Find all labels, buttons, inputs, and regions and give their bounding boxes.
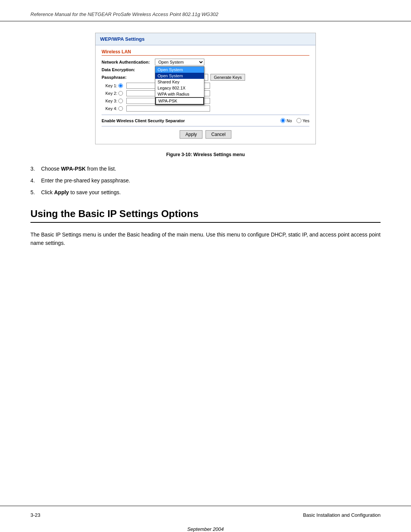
apply-button[interactable]: Apply	[180, 130, 202, 139]
separator-yes-label: Yes	[303, 118, 309, 123]
key3-radio[interactable]	[118, 99, 123, 103]
generate-keys-button[interactable]: Generate Keys	[210, 74, 245, 81]
button-row: Apply Cancel	[102, 126, 309, 139]
key1-text: Key 1:	[105, 83, 117, 88]
footer: 3-23 Basic Installation and Configuratio…	[0, 506, 411, 532]
page-header: Reference Manual for the NETGEAR ProSafe…	[0, 0, 411, 21]
settings-box-title: WEP/WPA Settings	[100, 36, 145, 42]
data-encryption-row: Data Encryption:	[102, 67, 309, 72]
key1-label: Key 1:	[105, 83, 126, 88]
key1-radio[interactable]	[118, 83, 123, 88]
key4-input[interactable]	[126, 105, 210, 112]
network-auth-label: Network Authentication:	[102, 60, 155, 64]
key2-label: Key 2:	[105, 91, 126, 96]
step-5: 5. Click Apply to save your settings.	[30, 189, 381, 197]
separator-row: Enable Wireless Client Security Separato…	[102, 115, 309, 123]
key3-text: Key 3:	[105, 99, 117, 103]
network-auth-row: Network Authentication: Open System Shar…	[102, 59, 309, 66]
dropdown-wpa-psk[interactable]: WPA-PSK	[155, 97, 204, 105]
header-text: Reference Manual for the NETGEAR ProSafe…	[30, 11, 381, 17]
step5-text: Click Apply to save your settings.	[41, 189, 121, 197]
main-content: WEP/WPA Settings Wireless LAN Network Au…	[0, 33, 411, 506]
key4-text: Key 4:	[105, 106, 117, 111]
footer-section-name: Basic Installation and Configuration	[303, 512, 381, 518]
dropdown-wpa-radius[interactable]: WPA with Radius	[155, 91, 204, 97]
settings-box: WEP/WPA Settings Wireless LAN Network Au…	[95, 33, 316, 144]
dropdown-legacy-802[interactable]: Legacy 802.1X	[155, 85, 204, 91]
settings-box-body: Wireless LAN Network Authentication: Ope…	[96, 45, 315, 144]
separator-label: Enable Wireless Client Security Separato…	[102, 118, 280, 123]
key2-radio[interactable]	[118, 91, 123, 96]
step3-num: 3.	[30, 165, 38, 173]
key4-label: Key 4:	[105, 106, 126, 111]
network-auth-control: Open System Shared Key Legacy 802.1X WPA…	[155, 59, 204, 66]
step4-num: 4.	[30, 177, 38, 185]
separator-options: No Yes	[280, 118, 309, 123]
key1-row: Key 1:	[105, 83, 309, 89]
settings-box-header: WEP/WPA Settings	[96, 33, 315, 45]
dropdown-shared-key[interactable]: Shared Key	[155, 79, 204, 85]
footer-date: September 2004	[0, 526, 411, 532]
step4-text: Enter the pre-shared key passphrase.	[41, 177, 130, 185]
step-4: 4. Enter the pre-shared key passphrase.	[30, 177, 381, 185]
key2-row: Key 2:	[105, 90, 309, 96]
page-footer-bar: 3-23 Basic Installation and Configuratio…	[0, 506, 411, 524]
step3-text: Choose WPA-PSK from the list.	[41, 165, 116, 173]
data-encryption-label: Data Encryption:	[102, 67, 155, 72]
separator-no-label: No	[287, 118, 292, 123]
cancel-button[interactable]: Cancel	[206, 130, 231, 139]
section-heading: Using the Basic IP Settings Options	[30, 208, 381, 223]
step5-num: 5.	[30, 189, 38, 197]
network-auth-select[interactable]: Open System Shared Key Legacy 802.1X WPA…	[155, 59, 204, 66]
key4-row: Key 4:	[105, 105, 309, 112]
separator-no-option: No	[280, 118, 292, 123]
key3-label: Key 3:	[105, 99, 126, 103]
separator-yes-option: Yes	[296, 118, 309, 123]
passphrase-label: Passphrase:	[102, 75, 155, 80]
separator-yes-radio[interactable]	[296, 118, 301, 123]
dropdown-open-system[interactable]: Open System	[155, 73, 204, 79]
figure-caption: Figure 3-10: Wireless Settings menu	[30, 152, 381, 157]
passphrase-row: Passphrase: Generate Keys	[102, 74, 309, 81]
step-3: 3. Choose WPA-PSK from the list.	[30, 165, 381, 173]
wireless-lan-label: Wireless LAN	[102, 49, 309, 56]
key2-text: Key 2:	[105, 91, 117, 96]
key4-radio[interactable]	[118, 106, 123, 111]
separator-no-radio[interactable]	[280, 118, 285, 123]
dropdown-open-system-top[interactable]: Open System	[155, 67, 204, 73]
key3-row: Key 3:	[105, 98, 309, 104]
auth-dropdown-overlay: Open System Open System Shared Key Legac…	[155, 66, 204, 105]
footer-page-num: 3-23	[30, 512, 40, 518]
section-paragraph: The Basic IP Settings menu is under the …	[30, 230, 381, 248]
steps-list: 3. Choose WPA-PSK from the list. 4. Ente…	[30, 165, 381, 197]
